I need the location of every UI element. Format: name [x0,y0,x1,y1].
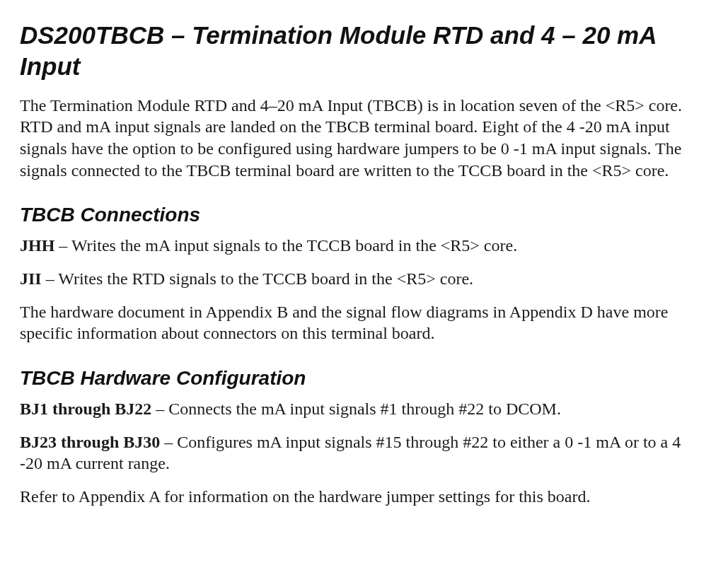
hwconfig-rest: – Connects the mA input signals #1 throu… [151,400,561,418]
hwconfig-item: BJ23 through BJ30 – Configures mA input … [20,431,703,475]
hwconfig-lead: BJ1 through BJ22 [20,400,151,418]
page-title: DS200TBCB – Termination Module RTD and 4… [20,20,703,82]
document-page: DS200TBCB – Termination Module RTD and 4… [0,0,728,543]
connection-item: JII – Writes the RTD signals to the TCCB… [20,268,703,290]
intro-paragraph: The Termination Module RTD and 4–20 mA I… [20,95,703,182]
hwconfig-note: Refer to Appendix A for information on t… [20,486,703,508]
hwconfig-lead: BJ23 through BJ30 [20,433,160,451]
hwconfig-item: BJ1 through BJ22 – Connects the mA input… [20,398,703,420]
connection-lead: JHH [20,236,54,255]
connection-item: JHH – Writes the mA input signals to the… [20,235,703,257]
connections-note: The hardware document in Appendix B and … [20,301,703,344]
connection-rest: – Writes the RTD signals to the TCCB boa… [42,269,473,288]
section-heading-connections: TBCB Connections [20,202,703,228]
connection-lead: JII [20,269,42,288]
section-heading-hwconfig: TBCB Hardware Configuration [20,366,703,391]
connection-rest: – Writes the mA input signals to the TCC… [54,236,517,255]
